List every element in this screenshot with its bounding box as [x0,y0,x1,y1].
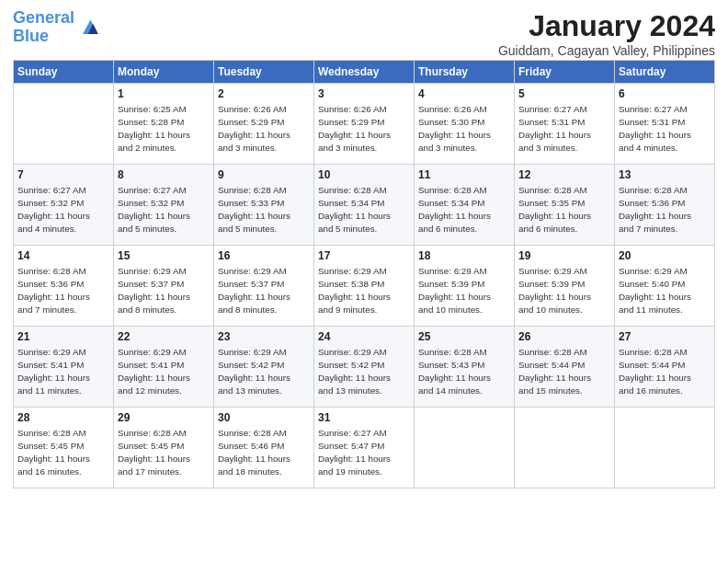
day-info: Sunrise: 6:27 AM Sunset: 5:31 PM Dayligh… [518,103,610,155]
calendar-cell: 27Sunrise: 6:28 AM Sunset: 5:44 PM Dayli… [615,327,715,408]
day-info: Sunrise: 6:26 AM Sunset: 5:29 PM Dayligh… [318,103,410,155]
calendar-cell: 21Sunrise: 6:29 AM Sunset: 5:41 PM Dayli… [14,327,114,408]
col-header-wednesday: Wednesday [314,61,415,84]
day-number: 16 [218,248,310,264]
day-number: 8 [118,167,210,183]
calendar-cell: 25Sunrise: 6:28 AM Sunset: 5:43 PM Dayli… [415,327,515,408]
day-info: Sunrise: 6:28 AM Sunset: 5:34 PM Dayligh… [418,184,510,236]
calendar-cell: 30Sunrise: 6:28 AM Sunset: 5:46 PM Dayli… [214,408,314,488]
col-header-thursday: Thursday [415,61,515,84]
calendar-cell: 20Sunrise: 6:29 AM Sunset: 5:40 PM Dayli… [615,246,715,327]
calendar-week-1: 7Sunrise: 6:27 AM Sunset: 5:32 PM Daylig… [14,165,715,246]
calendar-cell [615,408,715,488]
day-number: 1 [118,86,210,102]
day-info: Sunrise: 6:28 AM Sunset: 5:33 PM Dayligh… [218,184,310,236]
day-info: Sunrise: 6:28 AM Sunset: 5:45 PM Dayligh… [17,427,109,478]
logo-text: GeneralBlue [13,9,74,46]
calendar-cell: 19Sunrise: 6:29 AM Sunset: 5:39 PM Dayli… [515,246,615,327]
day-number: 27 [619,329,711,345]
calendar-cell: 13Sunrise: 6:28 AM Sunset: 5:36 PM Dayli… [615,165,715,246]
day-number: 26 [518,329,610,345]
calendar-cell: 18Sunrise: 6:29 AM Sunset: 5:39 PM Dayli… [415,246,515,327]
day-number: 5 [518,86,610,102]
day-info: Sunrise: 6:26 AM Sunset: 5:30 PM Dayligh… [418,103,510,155]
calendar-cell: 24Sunrise: 6:29 AM Sunset: 5:42 PM Dayli… [314,327,415,408]
day-info: Sunrise: 6:29 AM Sunset: 5:37 PM Dayligh… [118,265,210,316]
day-number: 9 [218,167,310,183]
calendar-cell: 7Sunrise: 6:27 AM Sunset: 5:32 PM Daylig… [14,165,114,246]
day-info: Sunrise: 6:27 AM Sunset: 5:31 PM Dayligh… [619,103,711,155]
calendar-cell: 12Sunrise: 6:28 AM Sunset: 5:35 PM Dayli… [515,165,615,246]
calendar-cell: 1Sunrise: 6:25 AM Sunset: 5:28 PM Daylig… [114,84,214,165]
calendar-cell: 23Sunrise: 6:29 AM Sunset: 5:42 PM Dayli… [214,327,314,408]
day-info: Sunrise: 6:27 AM Sunset: 5:32 PM Dayligh… [17,184,109,236]
day-number: 11 [418,167,510,183]
calendar-cell: 31Sunrise: 6:27 AM Sunset: 5:47 PM Dayli… [314,408,415,488]
day-info: Sunrise: 6:29 AM Sunset: 5:38 PM Dayligh… [318,265,410,316]
day-info: Sunrise: 6:28 AM Sunset: 5:44 PM Dayligh… [518,346,610,397]
day-number: 6 [619,86,711,102]
day-number: 22 [118,329,210,345]
calendar-week-0: 1Sunrise: 6:25 AM Sunset: 5:28 PM Daylig… [14,84,715,165]
logo: GeneralBlue [13,9,102,46]
day-info: Sunrise: 6:29 AM Sunset: 5:40 PM Dayligh… [619,265,711,316]
calendar-cell [415,408,515,488]
calendar-week-3: 21Sunrise: 6:29 AM Sunset: 5:41 PM Dayli… [14,327,715,408]
day-info: Sunrise: 6:29 AM Sunset: 5:37 PM Dayligh… [218,265,310,316]
calendar-cell: 9Sunrise: 6:28 AM Sunset: 5:33 PM Daylig… [214,165,314,246]
day-info: Sunrise: 6:29 AM Sunset: 5:41 PM Dayligh… [118,346,210,397]
calendar-cell: 15Sunrise: 6:29 AM Sunset: 5:37 PM Dayli… [114,246,214,327]
day-number: 4 [418,86,510,102]
calendar-cell: 28Sunrise: 6:28 AM Sunset: 5:45 PM Dayli… [14,408,114,488]
day-info: Sunrise: 6:25 AM Sunset: 5:28 PM Dayligh… [118,103,210,155]
day-number: 25 [418,329,510,345]
day-number: 29 [118,410,210,426]
day-number: 13 [619,167,711,183]
day-number: 24 [318,329,410,345]
day-info: Sunrise: 6:28 AM Sunset: 5:35 PM Dayligh… [518,184,610,236]
col-header-monday: Monday [114,61,214,84]
calendar-cell: 16Sunrise: 6:29 AM Sunset: 5:37 PM Dayli… [214,246,314,327]
day-number: 10 [318,167,410,183]
day-number: 3 [318,86,410,102]
day-info: Sunrise: 6:27 AM Sunset: 5:32 PM Dayligh… [118,184,210,236]
day-number: 2 [218,86,310,102]
day-number: 17 [318,248,410,264]
calendar-cell: 26Sunrise: 6:28 AM Sunset: 5:44 PM Dayli… [515,327,615,408]
calendar-cell: 10Sunrise: 6:28 AM Sunset: 5:34 PM Dayli… [314,165,415,246]
day-info: Sunrise: 6:29 AM Sunset: 5:41 PM Dayligh… [17,346,109,397]
calendar-cell: 2Sunrise: 6:26 AM Sunset: 5:29 PM Daylig… [214,84,314,165]
calendar-cell: 6Sunrise: 6:27 AM Sunset: 5:31 PM Daylig… [615,84,715,165]
header: GeneralBlue January 2024 Guiddam, Cagaya… [13,9,715,58]
day-info: Sunrise: 6:28 AM Sunset: 5:36 PM Dayligh… [17,265,109,316]
col-header-tuesday: Tuesday [214,61,314,84]
day-number: 20 [619,248,711,264]
day-number: 19 [518,248,610,264]
day-info: Sunrise: 6:29 AM Sunset: 5:42 PM Dayligh… [318,346,410,397]
col-header-friday: Friday [515,61,615,84]
day-info: Sunrise: 6:29 AM Sunset: 5:39 PM Dayligh… [418,265,510,316]
day-number: 31 [318,410,410,426]
day-number: 15 [118,248,210,264]
day-number: 30 [218,410,310,426]
day-info: Sunrise: 6:28 AM Sunset: 5:43 PM Dayligh… [418,346,510,397]
day-info: Sunrise: 6:28 AM Sunset: 5:44 PM Dayligh… [619,346,711,397]
day-info: Sunrise: 6:26 AM Sunset: 5:29 PM Dayligh… [218,103,310,155]
page-container: GeneralBlue January 2024 Guiddam, Cagaya… [0,0,728,496]
logo-icon [76,15,102,40]
month-title: January 2024 [498,9,715,43]
calendar-cell: 29Sunrise: 6:28 AM Sunset: 5:45 PM Dayli… [114,408,214,488]
calendar-week-4: 28Sunrise: 6:28 AM Sunset: 5:45 PM Dayli… [14,408,715,488]
calendar-cell: 11Sunrise: 6:28 AM Sunset: 5:34 PM Dayli… [415,165,515,246]
day-info: Sunrise: 6:27 AM Sunset: 5:47 PM Dayligh… [318,427,410,478]
day-info: Sunrise: 6:29 AM Sunset: 5:39 PM Dayligh… [518,265,610,316]
day-info: Sunrise: 6:28 AM Sunset: 5:36 PM Dayligh… [619,184,711,236]
calendar-cell: 14Sunrise: 6:28 AM Sunset: 5:36 PM Dayli… [14,246,114,327]
day-number: 7 [17,167,109,183]
calendar-cell: 17Sunrise: 6:29 AM Sunset: 5:38 PM Dayli… [314,246,415,327]
day-info: Sunrise: 6:28 AM Sunset: 5:45 PM Dayligh… [118,427,210,478]
subtitle: Guiddam, Cagayan Valley, Philippines [498,43,715,58]
day-number: 14 [17,248,109,264]
day-number: 18 [418,248,510,264]
calendar-cell: 5Sunrise: 6:27 AM Sunset: 5:31 PM Daylig… [515,84,615,165]
